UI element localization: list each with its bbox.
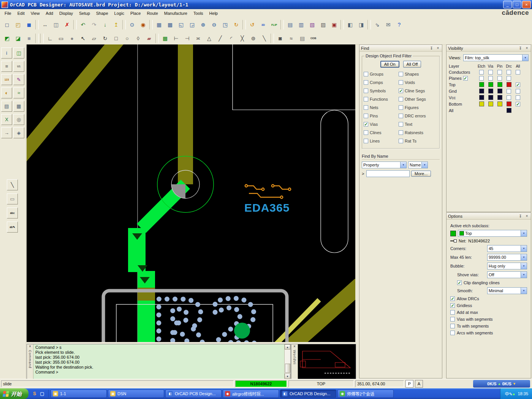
planes-checkbox[interactable] <box>463 76 468 81</box>
toolbar-button[interactable] <box>73 20 77 30</box>
shape-delete-icon[interactable]: ▰ <box>144 33 155 44</box>
odb-export-icon[interactable]: ODB <box>308 33 319 44</box>
zoom-fit-icon[interactable]: ◳ <box>220 19 231 30</box>
shove-vias-select[interactable]: Off ▼ <box>487 271 527 278</box>
menu-item[interactable]: Edit <box>14 10 28 17</box>
close-icon[interactable]: × <box>524 214 529 218</box>
smooth-select[interactable]: Minimal ▼ <box>487 287 527 294</box>
all-on-button[interactable]: All On <box>380 61 399 68</box>
line-tool-icon[interactable]: ╱ <box>215 33 226 44</box>
menu-item[interactable]: Tools <box>190 10 206 17</box>
grid-small-icon[interactable]: ▦ <box>13 101 24 112</box>
task-orcad-2[interactable]: ◧ OrCAD PCB Design... <box>280 390 336 398</box>
find-name-select[interactable]: Name ▼ <box>408 162 428 168</box>
visibility-checkbox[interactable] <box>479 70 484 74</box>
window-cascade-icon[interactable]: ◨ <box>356 19 367 30</box>
tray-status-icon[interactable]: ● <box>513 392 515 396</box>
views-select[interactable]: Film: top_silk ▼ <box>463 54 529 61</box>
visibility-checkbox[interactable] <box>479 76 484 81</box>
scroll-down-icon[interactable]: ▼ <box>285 374 290 379</box>
close-icon[interactable]: × <box>293 345 296 348</box>
pin-icon[interactable]: ↧ <box>518 214 523 218</box>
stackup-icon[interactable]: ≡ <box>1 61 12 72</box>
visibility-checkbox[interactable] <box>516 89 520 93</box>
world-view-map[interactable] <box>298 344 356 379</box>
film-record-icon[interactable]: ◩ <box>2 33 13 44</box>
add-circle-icon[interactable]: ● <box>66 33 78 44</box>
task-msn[interactable]: ◉ 师傅等2个会话 <box>337 390 394 398</box>
allow-drcs-checkbox[interactable]: Allow DRCs <box>450 296 527 301</box>
chevron-down-icon[interactable]: ▼ <box>521 263 527 269</box>
select-tool-icon[interactable]: ↖ <box>78 33 89 44</box>
route-icon[interactable]: → <box>1 127 12 138</box>
toolbar-button[interactable] <box>40 33 44 43</box>
add-at-max-checkbox[interactable]: Add at max <box>450 310 527 315</box>
signal-icon[interactable]: ≈ <box>13 87 24 98</box>
find-cline-segs[interactable]: Cline Segs <box>399 87 438 95</box>
export-icon[interactable]: ⇘ <box>372 19 383 30</box>
vias-with-segments-checkbox[interactable]: Vias with segments <box>450 317 527 321</box>
shape-rect-icon[interactable]: □ <box>111 33 122 44</box>
close-button[interactable]: × <box>522 1 531 8</box>
console-scrollbar[interactable]: ▲ ▼ <box>284 344 290 379</box>
bubble-select[interactable]: Hug only ▼ <box>487 263 527 269</box>
find-vias[interactable]: Vias <box>364 120 399 128</box>
start-button[interactable]: 开始 <box>0 388 28 399</box>
unrats-icon[interactable]: ▥ <box>296 19 307 30</box>
visibility-checkbox[interactable] <box>497 70 502 74</box>
ts-with-segments-checkbox[interactable]: Ts with segments <box>450 324 527 328</box>
redraw-icon[interactable]: ↺ <box>247 19 258 30</box>
circle-arc-icon[interactable]: ⊚ <box>248 33 259 44</box>
place-part-icon[interactable]: ▩ <box>160 33 171 44</box>
pcb-canvas[interactable]: R2 EDA365 <box>27 44 355 342</box>
tray-pen-icon[interactable]: ✎ <box>509 392 513 396</box>
excel-icon[interactable]: X <box>1 114 12 125</box>
help-icon[interactable]: ? <box>394 19 405 30</box>
pick-mode-button[interactable]: P <box>405 380 413 388</box>
close-icon[interactable]: × <box>29 345 31 348</box>
menu-item[interactable]: Add <box>43 10 56 17</box>
toolbar-button[interactable] <box>155 33 159 43</box>
dimension-line-icon[interactable]: ╲ <box>7 179 18 190</box>
dimension-icon[interactable]: ⊣ <box>182 33 193 44</box>
visibility-checkbox[interactable] <box>516 70 520 74</box>
layer-color-swatch[interactable] <box>497 101 502 106</box>
pcb-canvas-viewport[interactable]: R2 EDA365 <box>27 44 355 342</box>
toolbar-button[interactable] <box>149 20 153 30</box>
layer-color-swatch[interactable] <box>479 95 484 100</box>
visibility-checkbox[interactable] <box>507 95 511 100</box>
zoom-out-icon[interactable]: ⊖ <box>209 19 220 30</box>
scroll-up-icon[interactable]: ▲ <box>285 344 290 350</box>
angle-dimension-icon[interactable]: △ <box>204 33 215 44</box>
target-icon[interactable]: ◎ <box>13 114 24 125</box>
arcs-with-segments-checkbox[interactable]: Arcs with segments <box>450 331 527 335</box>
paint-icon[interactable]: ✎ <box>13 74 24 85</box>
copy-icon[interactable]: ◫ <box>51 19 62 30</box>
visibility-checkbox[interactable] <box>516 82 520 87</box>
gridless-checkbox[interactable]: Gridless <box>450 303 527 308</box>
chevron-down-icon[interactable]: ▼ <box>400 162 406 168</box>
layer-color-swatch[interactable] <box>479 89 484 93</box>
zoom-points-icon[interactable]: ◲ <box>187 19 198 30</box>
window-tile-icon[interactable]: ◧ <box>345 19 356 30</box>
menu-item[interactable]: Display <box>56 10 76 17</box>
find-name-input[interactable] <box>366 170 410 177</box>
visibility-checkbox[interactable] <box>488 76 493 81</box>
shape-circle-icon[interactable]: ○ <box>122 33 133 44</box>
shadow-mode-icon[interactable]: ▨ <box>318 19 329 30</box>
highlight-icon[interactable]: ▣ <box>329 19 340 30</box>
shape-parallelogram-icon[interactable]: ◊ <box>133 33 144 44</box>
find-symbols[interactable]: Symbols <box>364 87 399 95</box>
layer-color-swatch[interactable] <box>497 89 502 93</box>
application-mode-button[interactable]: A <box>415 380 423 388</box>
chevron-down-icon[interactable]: ▼ <box>522 55 528 61</box>
move-icon[interactable]: ↔ <box>40 19 51 30</box>
find-rat-ts[interactable]: Rat Ts <box>399 137 438 145</box>
pin-icon[interactable]: ↧ <box>518 46 523 50</box>
chevron-down-icon[interactable]: ▼ <box>521 230 527 236</box>
toolbar-button[interactable] <box>271 33 274 43</box>
visibility-checkbox[interactable] <box>488 70 493 74</box>
library-icon[interactable]: ▤ <box>297 33 308 44</box>
zoom-world-icon[interactable]: ⊙ <box>127 19 138 30</box>
film-record-alt-icon[interactable]: ◪ <box>13 33 24 44</box>
